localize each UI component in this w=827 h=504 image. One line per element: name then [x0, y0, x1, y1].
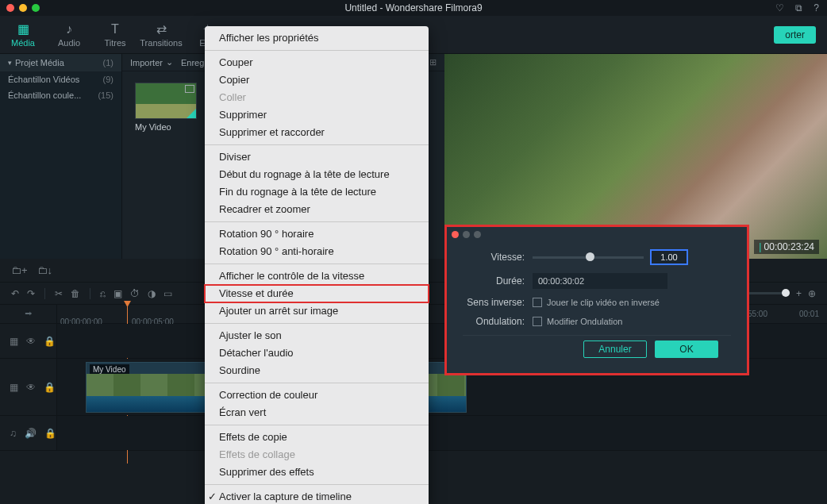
maximize-window-icon[interactable]	[32, 4, 40, 12]
user-icon[interactable]: ♡	[775, 2, 784, 13]
zoom-in-icon[interactable]: +	[796, 288, 802, 299]
undo-icon[interactable]: ↶	[11, 288, 19, 299]
music-icon: ♫	[10, 428, 17, 439]
cm-copy-effects[interactable]: Effets de copie	[205, 429, 429, 446]
green-screen-icon[interactable]: ▭	[163, 288, 172, 299]
cm-green-screen[interactable]: Écran vert	[205, 404, 429, 421]
lock-icon[interactable]: 🔒	[44, 336, 56, 347]
preview-timecode: | 00:00:23:24	[754, 240, 819, 254]
cm-color-correction[interactable]: Correction de couleur	[205, 387, 429, 404]
chevron-down-icon: ▾	[8, 59, 12, 67]
sidebar-label: Échantillon coule...	[8, 90, 81, 100]
ripple-checkbox[interactable]	[533, 317, 542, 326]
media-sidebar: ▾ Projet Média (1) Échantillon Vidéos (9…	[0, 54, 122, 259]
eye-icon[interactable]: 👁	[26, 382, 36, 393]
minimize-window-icon[interactable]	[19, 4, 27, 12]
sidebar-count: (15)	[98, 90, 113, 100]
media-thumbnail[interactable]: My Video	[135, 83, 197, 132]
cart-icon[interactable]: ⧉	[795, 2, 802, 13]
titlebar-right-icons: ♡ ⧉ ?	[775, 2, 819, 13]
media-icon: ▦	[17, 21, 29, 37]
dialog-minimize-icon	[463, 231, 470, 238]
cm-freeze-frame[interactable]: Ajouter un arrêt sur image	[205, 302, 429, 320]
speed-icon[interactable]: ⏱	[130, 288, 140, 299]
add-folder-icon[interactable]: 🗀+	[11, 264, 28, 276]
cm-properties[interactable]: Afficher les propriétés	[205, 29, 429, 47]
cm-delete-effects[interactable]: Supprimer des effets	[205, 464, 429, 481]
track-type-icon: ▦	[10, 382, 18, 393]
reverse-label: Sens inverse:	[463, 297, 533, 308]
cm-detach-audio[interactable]: Détacher l'audio	[205, 344, 429, 362]
cm-rotate-cw[interactable]: Rotation 90 ° horaire	[205, 225, 429, 243]
dialog-close-icon[interactable]	[452, 231, 459, 238]
lock-icon[interactable]: 🔒	[44, 428, 56, 439]
cm-rotate-ccw[interactable]: Rotation 90 ° anti-horaire	[205, 243, 429, 260]
track-body[interactable]	[57, 416, 827, 450]
cm-crop-zoom[interactable]: Recadrer et zoomer	[205, 201, 429, 218]
color-icon[interactable]: ◑	[148, 288, 156, 299]
split-icon[interactable]: ⎌	[100, 288, 106, 299]
duration-label: Durée:	[463, 275, 533, 287]
cm-speed-control[interactable]: Afficher le contrôle de la vitesse	[205, 267, 429, 285]
ok-button[interactable]: OK	[655, 340, 718, 358]
delete-icon[interactable]: 🗑	[71, 288, 80, 299]
reverse-text: Jouer le clip vidéo en inversé	[547, 298, 660, 307]
cm-copy[interactable]: Copier	[205, 71, 429, 89]
sidebar-count: (9)	[103, 75, 113, 84]
duration-input[interactable]	[533, 273, 667, 289]
close-window-icon[interactable]	[6, 4, 14, 12]
tab-transitions[interactable]: ⇄ Transitions	[138, 16, 184, 54]
cancel-button[interactable]: Annuler	[583, 340, 647, 358]
tab-media[interactable]: ▦ Média	[0, 16, 46, 54]
cm-trim-start[interactable]: Début du rognage à la tête de lecture	[205, 166, 429, 183]
grid-view-icon[interactable]: ⊞	[429, 57, 437, 67]
export-button[interactable]: orter	[774, 26, 816, 44]
window-titlebar: Untitled - Wondershare Filmora9 ♡ ⧉ ?	[0, 0, 827, 16]
tab-label: Titres	[104, 38, 125, 48]
cm-speed-duration[interactable]: Vitesse et durée	[205, 285, 429, 302]
cm-cut[interactable]: Couper	[205, 54, 429, 71]
sidebar-sample-videos[interactable]: Échantillon Vidéos (9)	[0, 71, 121, 87]
window-title: Untitled - Wondershare Filmora9	[344, 2, 482, 13]
dialog-maximize-icon	[474, 231, 481, 238]
track-type-icon: ▦	[10, 336, 18, 347]
transitions-icon: ⇄	[156, 21, 167, 37]
cm-delete[interactable]: Supprimer	[205, 106, 429, 124]
redo-icon[interactable]: ↷	[27, 288, 35, 299]
eye-icon[interactable]: 👁	[26, 336, 36, 347]
lock-icon[interactable]: 🔒	[44, 382, 56, 393]
speed-label: Vitesse:	[463, 252, 533, 263]
cm-mute[interactable]: Sourdine	[205, 362, 429, 379]
add-media-icon[interactable]: 🗀↓	[37, 264, 53, 276]
reverse-checkbox[interactable]	[533, 298, 542, 307]
thumbnail-label: My Video	[135, 122, 197, 132]
sidebar-project-media[interactable]: ▾ Projet Média (1)	[0, 54, 121, 71]
cm-timeline-snapshot[interactable]: Activer la capture de timeline	[205, 488, 429, 504]
sidebar-count: (1)	[103, 58, 113, 67]
speed-slider[interactable]	[533, 256, 644, 259]
sidebar-label: Échantillon Vidéos	[8, 75, 79, 84]
tab-audio[interactable]: ♪ Audio	[46, 16, 92, 54]
help-icon[interactable]: ?	[814, 2, 819, 13]
crop-icon[interactable]: ▣	[113, 288, 122, 299]
cm-adjust-sound[interactable]: Ajuster le son	[205, 327, 429, 344]
dialog-titlebar	[447, 227, 747, 241]
speed-duration-dialog-highlight: Vitesse: Durée: Sens inverse: Jouer le c…	[444, 225, 749, 375]
titles-icon: T	[111, 22, 119, 37]
zoom-fit-icon[interactable]: ⊕	[808, 288, 816, 299]
speed-input[interactable]	[650, 249, 688, 265]
tab-titres[interactable]: T Titres	[92, 16, 138, 54]
import-dropdown[interactable]: Importer ⌄	[130, 57, 173, 67]
ruler-head-icon: ⮕	[0, 305, 57, 323]
ripple-label: Ondulation:	[463, 316, 533, 327]
ruler-tick: 00:01	[799, 310, 819, 318]
cm-split[interactable]: Diviser	[205, 148, 429, 166]
cm-trim-end[interactable]: Fin du rognage à la tête de lecture	[205, 183, 429, 201]
speed-duration-dialog: Vitesse: Durée: Sens inverse: Jouer le c…	[447, 227, 747, 373]
tab-label: Média	[11, 38, 35, 48]
record-dropdown[interactable]: Enreg	[181, 58, 204, 67]
sidebar-sample-colors[interactable]: Échantillon coule... (15)	[0, 87, 121, 103]
cut-icon[interactable]: ✂	[55, 288, 63, 299]
cm-delete-ripple[interactable]: Supprimer et raccorder	[205, 124, 429, 141]
volume-icon[interactable]: 🔊	[25, 428, 37, 439]
